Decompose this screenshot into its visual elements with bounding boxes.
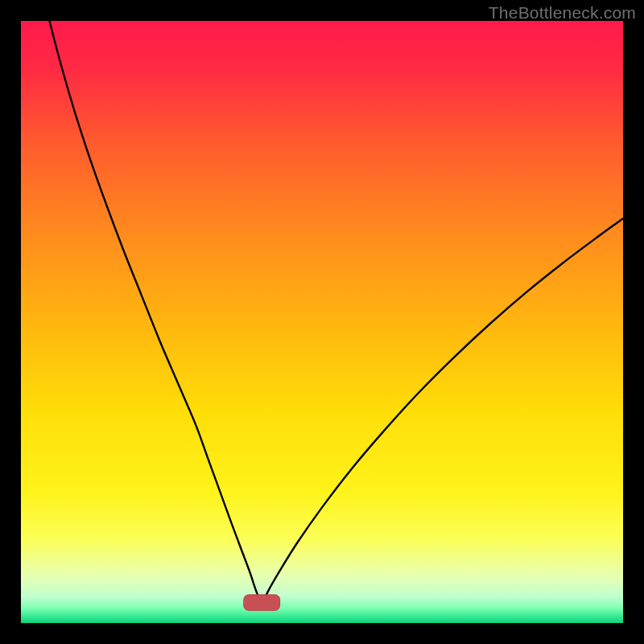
minimum-marker bbox=[244, 595, 280, 610]
watermark-text: TheBottleneck.com bbox=[489, 3, 636, 23]
chart-frame bbox=[21, 21, 623, 623]
bottleneck-chart bbox=[21, 21, 623, 623]
gradient-background bbox=[21, 21, 623, 623]
